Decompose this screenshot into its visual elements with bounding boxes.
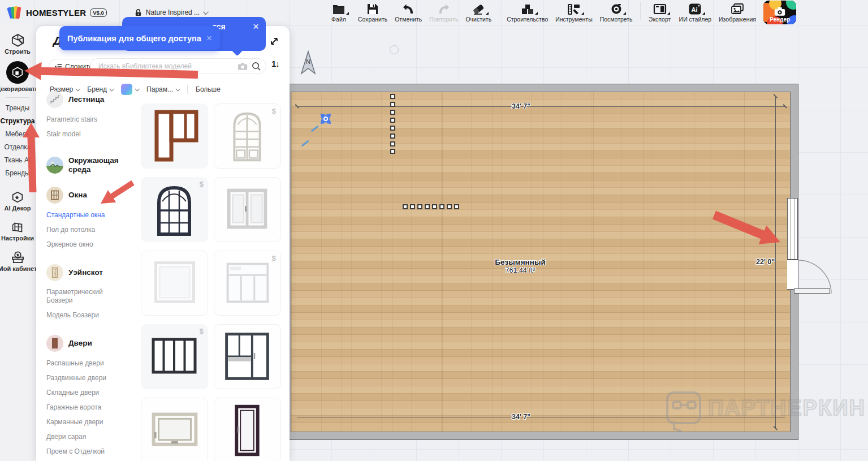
ai-decor-icon — [10, 190, 25, 205]
sidebar-item-finish[interactable]: Отделка — [5, 141, 31, 154]
selection-handle[interactable] — [390, 110, 395, 115]
category-wainscot[interactable]: Уэйнскот — [46, 264, 138, 281]
selection-handle[interactable] — [390, 149, 395, 154]
selection-handle[interactable] — [417, 204, 422, 209]
tools-icon — [567, 1, 581, 15]
category-item[interactable]: Карманные двери — [46, 415, 138, 429]
category-item[interactable]: Пол до потолка — [46, 222, 138, 237]
render-button[interactable]: Рендер — [763, 1, 796, 24]
undo-button[interactable]: Отменить — [395, 1, 422, 23]
view-button[interactable]: Посмотреть — [600, 1, 633, 23]
sidebar-label-ai-decor: AI Декор — [5, 205, 31, 212]
product-casement-window-white[interactable] — [214, 177, 281, 242]
sidebar-item-build[interactable]: Строить — [5, 33, 31, 55]
category-item[interactable]: Раздвижные двери — [46, 370, 138, 385]
wainscot-thumb-icon — [46, 264, 63, 281]
ai-styler-button[interactable]: Ai ИИ стайлер — [679, 1, 711, 23]
category-stairs[interactable]: Лестница — [46, 91, 138, 108]
construction-button[interactable]: Строительство — [507, 1, 548, 23]
camera-search-icon[interactable] — [237, 62, 248, 71]
category-item[interactable]: Stair model — [46, 127, 138, 141]
sidebar-label-decorate: Декорировать — [0, 85, 38, 92]
export-button[interactable]: Экспорт — [648, 1, 672, 23]
category-item[interactable]: Эркерное окно — [46, 237, 138, 252]
expand-panel-icon[interactable] — [269, 36, 279, 46]
render-label: Рендер — [770, 16, 790, 23]
plan-window-right-wall[interactable] — [787, 198, 798, 260]
selection-handle[interactable] — [439, 204, 444, 209]
sidebar-item-ai-decor[interactable]: AI Декор — [5, 190, 31, 212]
tools-button[interactable]: Инструменты — [555, 1, 592, 23]
project-switcher[interactable]: Nature Inspired ... — [134, 8, 207, 17]
camera-move-widget[interactable] — [318, 111, 334, 127]
dimension-line-right — [775, 96, 776, 428]
product-casement-window-dark[interactable] — [214, 398, 281, 461]
selection-handle[interactable] — [403, 204, 408, 209]
price-badge: $ — [272, 254, 276, 262]
compass-north-icon[interactable]: N — [299, 50, 317, 76]
room-label[interactable]: Безымянный 761.44 ft² — [481, 258, 560, 274]
product-plain-frame-white[interactable] — [141, 251, 208, 316]
brand[interactable]: HOMESTYLER V5.0 — [0, 5, 107, 20]
tooltip-text: Публикация для общего доступа — [67, 34, 201, 43]
category-item[interactable]: Гаражные ворота — [46, 400, 138, 415]
selection-handle[interactable] — [432, 204, 437, 209]
filter-more[interactable]: Больше — [196, 85, 221, 93]
search-input[interactable] — [98, 62, 237, 70]
version-badge: V5.0 — [90, 8, 107, 17]
sidebar-item-settings[interactable]: Настройки — [1, 220, 34, 242]
close-icon[interactable]: × — [253, 20, 259, 33]
sidebar-label-settings: Настройки — [1, 235, 34, 242]
circle-marker[interactable] — [390, 45, 399, 54]
selection-handle[interactable] — [410, 204, 415, 209]
sidebar-item-trends[interactable]: Тренды — [6, 102, 29, 115]
category-item-standard-windows[interactable]: Стандартные окна — [46, 208, 138, 222]
clear-button[interactable]: Очистить — [465, 1, 491, 23]
product-storefront-window-white[interactable]: $ — [214, 251, 281, 316]
selection-handle[interactable] — [454, 204, 459, 209]
watermark: ПАРТНЕРКИН — [666, 391, 866, 424]
selection-handle[interactable] — [447, 204, 452, 209]
category-windows[interactable]: Окна — [46, 187, 138, 204]
category-item[interactable]: Складные двери — [46, 385, 138, 400]
svg-text:N: N — [306, 58, 310, 65]
product-awning-window-beige[interactable] — [141, 398, 208, 461]
selection-handle[interactable] — [390, 141, 395, 147]
category-environment[interactable]: Окружающая среда — [46, 156, 138, 174]
sidebar-item-my-cabinet[interactable]: Мой кабинет — [0, 250, 37, 273]
product-window-door-combo-gray[interactable] — [214, 324, 281, 389]
product-corner-window-brown[interactable] — [141, 104, 208, 169]
category-item[interactable]: Проем с Отделкой — [46, 444, 138, 459]
selection-handle[interactable] — [390, 102, 395, 107]
images-button[interactable]: Изображения — [719, 1, 756, 23]
product-french-door-arched[interactable]: $ — [214, 104, 281, 169]
selection-handle[interactable] — [425, 204, 430, 209]
selection-handle[interactable] — [390, 118, 395, 123]
product-arched-window-dark[interactable]: $ — [141, 177, 208, 242]
selection-handle[interactable] — [390, 126, 395, 131]
category-item[interactable]: Распашные двери — [46, 356, 138, 370]
file-button[interactable]: Файл — [327, 1, 351, 23]
close-icon[interactable]: × — [206, 33, 212, 44]
save-button[interactable]: Сохранить — [358, 1, 387, 23]
category-item[interactable]: Двери сарая — [46, 429, 138, 444]
filter-param[interactable]: Парам... — [146, 85, 179, 93]
sidebar-item-furniture[interactable]: Мебель — [6, 128, 30, 141]
sidebar-item-brands[interactable]: Бренды — [5, 167, 29, 180]
search-icon[interactable] — [252, 62, 261, 71]
category-item[interactable]: Модель Боазери — [46, 308, 138, 322]
redo-button[interactable]: Повторить — [429, 1, 458, 23]
environment-thumb-icon — [46, 157, 63, 174]
selection-handle[interactable] — [390, 94, 395, 99]
category-item[interactable]: Parametric stairs — [46, 112, 138, 127]
category-list: Лестница Parametric stairs Stair model О… — [46, 83, 138, 459]
product-folding-window-black[interactable]: $ — [141, 324, 208, 389]
images-icon — [731, 1, 744, 15]
selection-handle[interactable] — [390, 133, 395, 139]
category-doors[interactable]: Двери — [46, 335, 138, 352]
sidebar-item-fabric-ai[interactable]: Ткань AI — [5, 154, 31, 167]
sort-icon[interactable]: 1↓ — [271, 59, 279, 68]
sidebar-item-structure[interactable]: Структура — [0, 115, 34, 128]
sidebar-item-decorate[interactable]: Декорировать — [0, 61, 38, 92]
category-item[interactable]: Параметрический Боазери — [46, 285, 120, 308]
